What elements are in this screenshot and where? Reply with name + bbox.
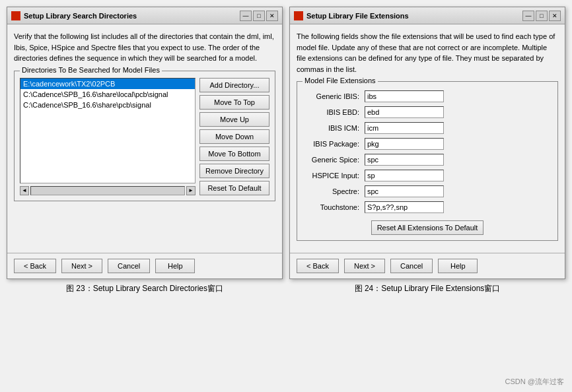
dialog-footer-2: < Back Next > Cancel Help bbox=[290, 253, 565, 278]
captions-row: 图 23：Setup Library Search Directories窗口 … bbox=[7, 283, 565, 294]
directories-group: Directories To Be Searched for Model Fil… bbox=[14, 71, 275, 201]
search-directories-dialog: Setup Library Search Directories — □ ✕ V… bbox=[7, 7, 283, 279]
move-to-top-button[interactable]: Move To Top bbox=[199, 95, 269, 110]
scroll-right-button[interactable]: ► bbox=[186, 186, 196, 195]
maximize-button-2[interactable]: □ bbox=[536, 11, 548, 21]
ext-input-cell-5 bbox=[362, 168, 552, 183]
back-button-1[interactable]: < Back bbox=[14, 259, 56, 273]
scrollbar-row: ◄ ► bbox=[20, 186, 196, 195]
maximize-button-1[interactable]: □ bbox=[253, 11, 265, 21]
reset-btn-row: Reset All Extensions To Default bbox=[303, 220, 552, 235]
caption-2-text: 图 24：Setup Library File Extensions窗口 bbox=[355, 284, 501, 293]
titlebar-buttons-1: — □ ✕ bbox=[240, 11, 278, 21]
dialog-title-1: Setup Library Search Directories bbox=[24, 12, 137, 20]
remove-directory-button[interactable]: Remove Directory bbox=[199, 164, 269, 178]
ext-label-7: Touchstone: bbox=[303, 199, 362, 215]
directories-listbox[interactable]: E:\cadencework\TX2\02PCB C:\Cadence\SPB_… bbox=[20, 78, 196, 183]
close-button-1[interactable]: ✕ bbox=[266, 11, 278, 21]
directories-group-title: Directories To Be Searched for Model Fil… bbox=[20, 66, 162, 74]
move-down-button[interactable]: Move Down bbox=[199, 129, 269, 144]
help-button-2[interactable]: Help bbox=[438, 259, 478, 273]
ext-input-2[interactable] bbox=[365, 122, 444, 134]
titlebar-file-ext: Setup Library File Extensions — □ ✕ bbox=[290, 7, 565, 24]
extension-row: Spectre: bbox=[303, 183, 552, 199]
move-up-button[interactable]: Move Up bbox=[199, 112, 269, 127]
ext-input-cell-2 bbox=[362, 120, 552, 136]
minimize-button-2[interactable]: — bbox=[522, 11, 534, 21]
minimize-button-1[interactable]: — bbox=[240, 11, 252, 21]
extension-row: Generic Spice: bbox=[303, 152, 552, 168]
extension-row: IBIS EBD: bbox=[303, 104, 552, 120]
caption-1: 图 23：Setup Library Search Directories窗口 bbox=[7, 283, 283, 294]
ext-input-cell-1 bbox=[362, 104, 552, 120]
ext-label-0: Generic IBIS: bbox=[303, 88, 362, 104]
ext-input-cell-4 bbox=[362, 152, 552, 168]
file-extensions-dialog: Setup Library File Extensions — □ ✕ The … bbox=[289, 7, 565, 279]
dialog-app-icon-1 bbox=[11, 11, 20, 20]
title-left-2: Setup Library File Extensions bbox=[294, 11, 409, 20]
directories-content: E:\cadencework\TX2\02PCB C:\Cadence\SPB_… bbox=[20, 78, 269, 195]
ext-label-5: HSPICE Input: bbox=[303, 168, 362, 183]
extensions-table: Generic IBIS: IBIS EBD: IBIS ICM: IBIS P… bbox=[303, 88, 552, 215]
ext-input-cell-6 bbox=[362, 183, 552, 199]
ext-input-6[interactable] bbox=[365, 185, 444, 197]
reset-all-extensions-button[interactable]: Reset All Extensions To Default bbox=[371, 220, 484, 235]
help-button-1[interactable]: Help bbox=[155, 259, 195, 273]
dialog-description-1: Verify that the following list includes … bbox=[14, 31, 275, 64]
ext-input-cell-7 bbox=[362, 199, 552, 215]
add-directory-button[interactable]: Add Directory... bbox=[199, 78, 269, 92]
extension-row: Touchstone: bbox=[303, 199, 552, 215]
title-left: Setup Library Search Directories bbox=[11, 11, 137, 20]
extension-row: HSPICE Input: bbox=[303, 168, 552, 183]
close-button-2[interactable]: ✕ bbox=[549, 11, 561, 21]
dialog-description-2: The following fields show the file exten… bbox=[297, 31, 558, 75]
ext-input-cell-0 bbox=[362, 88, 552, 104]
dialog-body-2: The following fields show the file exten… bbox=[290, 24, 565, 253]
ext-input-cell-3 bbox=[362, 136, 552, 152]
titlebar-buttons-2: — □ ✕ bbox=[522, 11, 561, 21]
cancel-button-2[interactable]: Cancel bbox=[390, 259, 433, 273]
watermark: CSDN @流年过客 bbox=[505, 377, 564, 387]
list-item[interactable]: C:\Cadence\SPB_16.6\share\pcb\signal bbox=[20, 100, 195, 110]
dialog-body-1: Verify that the following list includes … bbox=[7, 24, 282, 253]
ext-label-6: Spectre: bbox=[303, 183, 362, 199]
ext-label-4: Generic Spice: bbox=[303, 152, 362, 168]
ext-input-7[interactable] bbox=[365, 201, 444, 213]
scroll-left-button[interactable]: ◄ bbox=[20, 186, 29, 195]
next-button-2[interactable]: Next > bbox=[344, 259, 385, 273]
scrollbar-track[interactable] bbox=[30, 186, 185, 195]
move-to-bottom-button[interactable]: Move To Bottom bbox=[199, 147, 269, 161]
extension-row: Generic IBIS: bbox=[303, 88, 552, 104]
cancel-button-1[interactable]: Cancel bbox=[108, 259, 150, 273]
ext-input-5[interactable] bbox=[365, 170, 444, 181]
extension-row: IBIS Package: bbox=[303, 136, 552, 152]
list-item[interactable]: C:\Cadence\SPB_16.6\share\local\pcb\sign… bbox=[20, 89, 195, 100]
ext-label-1: IBIS EBD: bbox=[303, 104, 362, 120]
dialog-footer-1: < Back Next > Cancel Help bbox=[7, 253, 282, 278]
reset-to-default-button[interactable]: Reset To Default bbox=[199, 181, 269, 195]
list-item[interactable]: E:\cadencework\TX2\02PCB bbox=[20, 79, 195, 89]
ext-label-2: IBIS ICM: bbox=[303, 120, 362, 136]
ext-input-4[interactable] bbox=[365, 154, 444, 166]
ext-input-1[interactable] bbox=[365, 106, 444, 118]
extensions-group: Model File Extensions Generic IBIS: IBIS… bbox=[297, 81, 558, 241]
ext-input-3[interactable] bbox=[365, 138, 444, 150]
caption-1-text: 图 23：Setup Library Search Directories窗口 bbox=[66, 284, 223, 293]
titlebar-search-dir: Setup Library Search Directories — □ ✕ bbox=[7, 7, 282, 24]
extensions-group-title: Model File Extensions bbox=[303, 77, 378, 84]
back-button-2[interactable]: < Back bbox=[297, 259, 339, 273]
dialog-app-icon-2 bbox=[294, 11, 303, 20]
next-button-1[interactable]: Next > bbox=[61, 259, 102, 273]
ext-input-0[interactable] bbox=[365, 90, 444, 102]
directory-action-buttons: Add Directory... Move To Top Move Up Mov… bbox=[199, 78, 269, 195]
ext-label-3: IBIS Package: bbox=[303, 136, 362, 152]
dialog-title-2: Setup Library File Extensions bbox=[306, 12, 409, 20]
caption-2: 图 24：Setup Library File Extensions窗口 bbox=[289, 283, 565, 294]
extension-row: IBIS ICM: bbox=[303, 120, 552, 136]
